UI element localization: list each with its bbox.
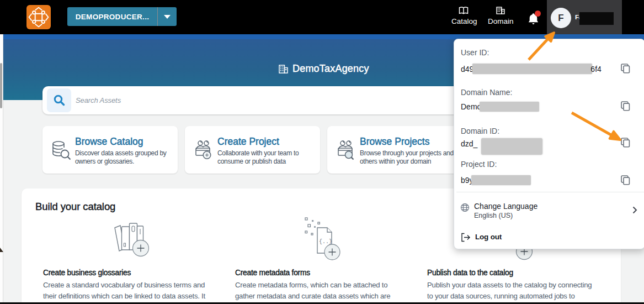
svg-text:{..}: {..} xyxy=(319,239,332,245)
